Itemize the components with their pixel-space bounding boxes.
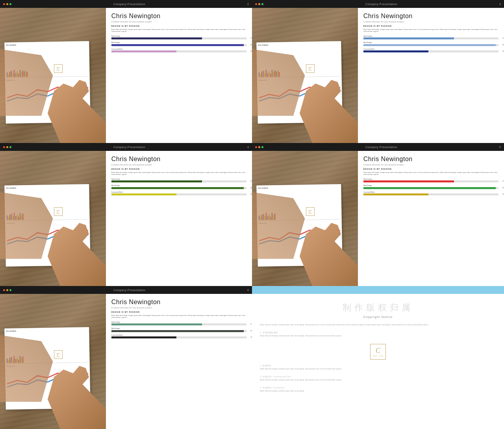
copyright-text-1: Etiam vitae dui tristque, semper quam vi… [260,323,496,327]
topbar-title-2: Company Presentation [365,3,397,6]
copyright-logo: C CRIS - 2016 [370,344,386,360]
copyright-text-5: Etiam vitae dui tristque, semper quam vi… [260,390,496,393]
topbar-num-4: 5 [499,146,501,149]
skill-row-cmd-2: Command Work 48% [363,48,498,53]
copyright-inner: 制作版权归属 Copyright Notice Etiam vitae dui … [252,294,504,429]
copyright-panel: 制作版权归属 Copyright Notice Etiam vitae dui … [252,286,504,429]
dot-green-1 [9,3,11,5]
slide-panel-4: Company Presentation 5 Our company Busin… [252,143,504,286]
skill-row-web-2: Web Design 98% [363,41,498,46]
dot-yellow-2 [258,3,260,5]
copyright-watermark: 制作版权归属 [343,302,413,314]
skill-label-html-1: Html Coding [111,35,246,37]
slide-topbar-4: Company Presentation 5 [252,143,504,151]
skill-row-html-2: Html Coding 67% [363,35,498,40]
person-name-1: Chris Newington [111,13,246,20]
slide-text-3: Chris Newington Creative decision for an… [106,151,252,286]
slide-panel-3: Company Presentation 4 Our company Busin… [0,143,252,286]
person-subtitle-2: Creative decision for any purpose projec… [363,20,498,23]
slide-photo-3: Our company Business Areas [0,151,106,286]
section-label-1: DESIGN IS MY PASSION [111,25,246,27]
window-controls-3 [3,146,11,148]
copyright-section-1: 1. 使用範圍及限制 [260,331,278,334]
copyright-text-3: Etiam vitae dui tristque, semper quam vi… [260,368,496,371]
topbar-title-3: Company Presentation [113,146,145,149]
person-name-2: Chris Newington [363,13,498,20]
section-label-2: DESIGN IS MY PASSION [363,25,498,27]
slide-content-1: Our company Business Areas [0,8,252,143]
copyright-text-2: Etiam vitae dui tristque, semper quam vi… [260,334,496,338]
slide-photo-1: Our company Business Areas [0,8,106,143]
skill-bar-bg-cmd-1: 48% [111,50,246,52]
topbar-num-3: 4 [247,146,249,149]
window-controls-1 [3,3,11,5]
slide-panel-5: Company Presentation 6 Our company Busin… [0,286,252,429]
slide-topbar-3: Company Presentation 4 [0,143,252,151]
copyright-logo-letter: C [376,347,380,355]
window-controls-2 [255,3,263,5]
dot-red-1 [3,3,5,5]
skill-bar-fill-html-1 [111,37,202,39]
skill-bar-fill-cmd-1 [111,50,176,52]
person-subtitle-3: Creative decision for any purpose projec… [111,163,246,166]
person-subtitle-1: Creative decision for any purpose projec… [111,20,246,23]
logo-1: C CRIS - 2016 [54,64,63,73]
skill-bar-fill-web-1 [111,44,244,46]
dot-yellow-1 [6,3,8,5]
topbar-num-5: 6 [247,289,249,292]
topbar-title-5: Company Presentation [113,289,145,292]
topbar-title-4: Company Presentation [365,146,397,149]
skill-label-cmd-1: Command Work [111,48,246,50]
skill-label-html-2: Html Coding [363,35,498,37]
skill-bar-bg-web-1: 98% [111,44,246,46]
desc-text-3: Etiam vitae dui tristque, semper quam vi… [111,171,246,176]
topbar-num-1: 2 [247,3,249,6]
person-name-3: Chris Newington [111,156,246,163]
slide-topbar-1: Company Presentation 2 [0,0,252,8]
copyright-section-4: 4. 免責聲明 / Disclaimer [260,386,285,389]
skill-label-web-2: Web Design [363,41,498,43]
desc-text-2: Etiam vitae dui tristque, semper quam vi… [363,28,498,33]
skill-label-web-1: Web Design [111,41,246,43]
copyright-logo-sub: CRIS - 2016 [372,355,384,357]
logo-2: C CRIS - 2016 [306,64,315,73]
dot-red-2 [255,3,257,5]
skill-row-web-1: Web Design 98% [111,41,246,46]
skill-label-cmd-2: Command Work [363,48,498,50]
slide-panel-1: Company Presentation 2 Our company Busin… [0,0,252,143]
desc-text-1: Etiam vitae dui tristque, semper quam vi… [111,28,246,33]
slide-content-3: Our company Business Areas [0,151,252,286]
skill-row-cmd-1: Command Work 48% [111,48,246,53]
copyright-section-2: 2. 版權聲明 [260,364,271,367]
slide-content-4: Our company Business Areas [252,151,504,286]
section-label-3: DESIGN IS MY PASSION [111,168,246,170]
copyright-text-4: Etiam vitae dui tristque, semper quam vi… [260,379,496,382]
dot-green-2 [261,3,263,5]
topbar-title-1: Company Presentation [113,3,145,6]
skill-bar-bg-html-1: 67% [111,37,246,39]
slide-topbar-5: Company Presentation 6 [0,286,252,294]
slide-content-2: Our company Business Areas [252,8,504,143]
copyright-section-3: 3. 商業使用 / Commercial Use [260,375,291,378]
skill-row-html-1: Html Coding 67% [111,35,246,40]
copyright-title: Copyright Notice [363,315,393,319]
slide-text-2: Chris Newington Creative decision for an… [358,8,504,143]
slide-photo-2: Our company Business Areas [252,8,358,143]
slide-text-1: Chris Newington Creative decision for an… [106,8,252,143]
slide-panel-2: Company Presentation 3 Our company Busin… [252,0,504,143]
slide-content-5: Our company Business Areas [0,294,252,429]
slide-topbar-2: Company Presentation 3 [252,0,504,8]
topbar-num-2: 3 [499,3,501,6]
